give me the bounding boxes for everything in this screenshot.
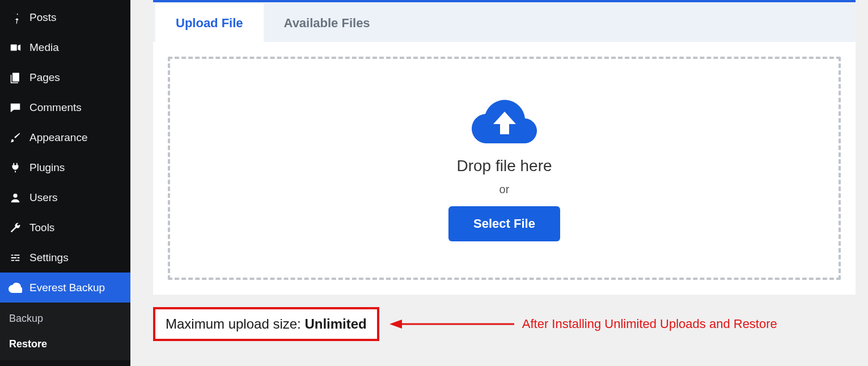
sidebar-item-label: Users	[29, 191, 58, 204]
svg-point-2	[13, 193, 17, 197]
app-root: Posts Media Pages Comments Appearance	[0, 0, 868, 366]
page-icon	[8, 71, 23, 84]
dropzone-title: Drop file here	[456, 157, 552, 175]
sidebar-subitem-label: Backup	[9, 313, 43, 324]
sidebar-item-label: Plugins	[29, 161, 65, 174]
svg-marker-4	[389, 320, 402, 329]
sidebar-item-plugins[interactable]: Plugins	[0, 152, 130, 182]
sidebar-item-label: Comments	[29, 101, 82, 114]
sidebar-subitem-label: Restore	[9, 338, 47, 350]
sidebar-item-settings[interactable]: Settings	[0, 242, 130, 273]
sidebar-subitem-restore[interactable]: Restore	[0, 331, 130, 357]
sidebar-item-label: Everest Backup	[29, 282, 105, 294]
sidebar-item-label: Tools	[29, 222, 54, 234]
sidebar-item-everest-backup[interactable]: Everest Backup	[0, 273, 130, 303]
sidebar-item-label: Appearance	[29, 131, 87, 144]
plug-icon	[8, 161, 23, 174]
comment-icon	[8, 101, 23, 114]
upload-card: Upload File Available Files Drop file he…	[153, 0, 856, 295]
annotation-arrow: After Installing Unlimited Uploads and R…	[389, 317, 777, 331]
sidebar-item-pages[interactable]: Pages	[0, 62, 130, 92]
sidebar-item-users[interactable]: Users	[0, 182, 130, 212]
tab-label: Upload File	[176, 16, 243, 30]
svg-rect-1	[12, 73, 19, 81]
sidebar-submenu: Backup Restore	[0, 303, 130, 360]
sidebar-item-label: Pages	[29, 71, 60, 84]
max-upload-value: Unlimited	[304, 316, 366, 331]
sidebar-item-label: Settings	[29, 252, 69, 264]
sidebar-subitem-backup[interactable]: Backup	[0, 306, 130, 331]
admin-sidebar: Posts Media Pages Comments Appearance	[0, 0, 130, 366]
brush-icon	[8, 131, 23, 144]
tab-upload-file[interactable]: Upload File	[155, 3, 264, 42]
tab-panel: Drop file here or Select File	[153, 42, 856, 295]
cloud-upload-icon	[471, 96, 539, 147]
sidebar-item-media[interactable]: Media	[0, 32, 130, 62]
wrench-icon	[8, 222, 23, 234]
tab-available-files[interactable]: Available Files	[264, 3, 391, 42]
sidebar-item-label: Posts	[29, 11, 57, 24]
dropzone[interactable]: Drop file here or Select File	[168, 57, 841, 280]
tab-label: Available Files	[284, 16, 370, 30]
select-file-button[interactable]: Select File	[448, 206, 560, 241]
media-icon	[8, 41, 23, 54]
tabs: Upload File Available Files	[153, 2, 856, 42]
max-upload-prefix: Maximum upload size:	[166, 316, 304, 331]
sidebar-item-tools[interactable]: Tools	[0, 212, 130, 242]
sidebar-item-label: Media	[29, 41, 59, 54]
dropzone-or: or	[499, 183, 510, 196]
sidebar-item-appearance[interactable]: Appearance	[0, 122, 130, 152]
sidebar-item-posts[interactable]: Posts	[0, 2, 130, 32]
max-upload-box: Maximum upload size: Unlimited	[153, 307, 379, 341]
sidebar-item-comments[interactable]: Comments	[0, 92, 130, 122]
sliders-icon	[8, 252, 23, 264]
max-upload-row: Maximum upload size: Unlimited After Ins…	[153, 307, 856, 341]
cloud-icon	[8, 283, 23, 293]
svg-rect-0	[11, 44, 17, 50]
user-icon	[8, 191, 23, 204]
annotation-text: After Installing Unlimited Uploads and R…	[522, 317, 777, 331]
pin-icon	[8, 11, 23, 24]
main-content: Upload File Available Files Drop file he…	[130, 0, 868, 366]
